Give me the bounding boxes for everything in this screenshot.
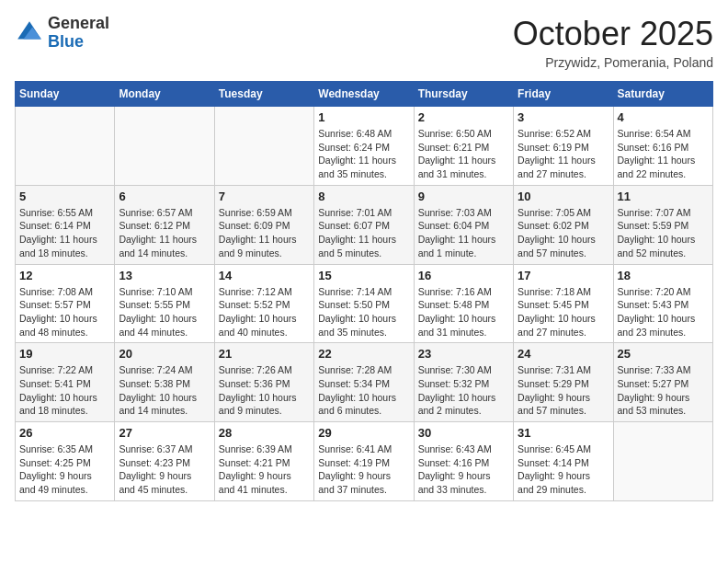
- daylight-label: Daylight: 10 hoursand 18 minutes.: [19, 392, 97, 417]
- day-info: Sunrise: 7:08 AMSunset: 5:57 PMDaylight:…: [19, 285, 110, 339]
- weekday-header-monday: Monday: [115, 82, 214, 107]
- daylight-minutes: and 9 minutes.: [219, 405, 282, 416]
- daylight-minutes: and 49 minutes.: [19, 484, 88, 495]
- day-number: 31: [518, 426, 609, 440]
- daylight-minutes: and 2 minutes.: [418, 405, 482, 416]
- day-info: Sunrise: 7:20 AMSunset: 5:43 PMDaylight:…: [618, 285, 709, 339]
- daylight-minutes: and 14 minutes.: [119, 405, 188, 416]
- daylight-hours: Daylight: 9 hours: [119, 470, 191, 481]
- day-info: Sunrise: 7:01 AMSunset: 6:07 PMDaylight:…: [318, 206, 409, 260]
- daylight-label: Daylight: 9 hoursand 33 minutes.: [418, 470, 491, 495]
- day-info: Sunrise: 6:41 AMSunset: 4:19 PMDaylight:…: [318, 442, 409, 497]
- sunset-label: Sunset: 5:34 PM: [318, 378, 390, 389]
- weekday-header-sunday: Sunday: [16, 82, 115, 107]
- sunrise-label: Sunrise: 7:26 AM: [219, 364, 292, 375]
- day-info: Sunrise: 7:28 AMSunset: 5:34 PMDaylight:…: [318, 363, 409, 418]
- daylight-minutes: and 57 minutes.: [518, 247, 586, 259]
- day-number: 20: [119, 347, 210, 361]
- daylight-label: Daylight: 10 hoursand 9 minutes.: [219, 392, 297, 417]
- sunset-label: Sunset: 6:16 PM: [618, 142, 689, 153]
- day-info: Sunrise: 6:50 AMSunset: 6:21 PMDaylight:…: [418, 127, 509, 181]
- daylight-label: Daylight: 10 hoursand 57 minutes.: [518, 234, 596, 259]
- daylight-label: Daylight: 10 hoursand 35 minutes.: [318, 313, 396, 338]
- sunset-label: Sunset: 6:14 PM: [19, 220, 91, 231]
- daylight-minutes: and 57 minutes.: [518, 405, 586, 416]
- daylight-hours: Daylight: 10 hours: [219, 392, 297, 403]
- sunset-label: Sunset: 4:16 PM: [418, 457, 490, 468]
- daylight-hours: Daylight: 11 hours: [219, 234, 297, 245]
- day-info: Sunrise: 7:18 AMSunset: 5:45 PMDaylight:…: [518, 285, 609, 339]
- daylight-label: Daylight: 10 hoursand 44 minutes.: [119, 313, 197, 338]
- daylight-label: Daylight: 10 hoursand 48 minutes.: [19, 313, 97, 338]
- daylight-hours: Daylight: 11 hours: [518, 155, 596, 166]
- daylight-hours: Daylight: 11 hours: [119, 234, 197, 245]
- day-info: Sunrise: 6:57 AMSunset: 6:12 PMDaylight:…: [119, 206, 210, 260]
- calendar-body: 1Sunrise: 6:48 AMSunset: 6:24 PMDaylight…: [16, 107, 713, 501]
- day-number: 24: [518, 347, 609, 361]
- daylight-label: Daylight: 10 hoursand 23 minutes.: [618, 313, 696, 338]
- day-number: 3: [518, 110, 609, 124]
- sunrise-label: Sunrise: 7:01 AM: [318, 207, 392, 218]
- sunset-label: Sunset: 6:24 PM: [318, 142, 390, 153]
- day-number: 14: [219, 269, 310, 282]
- daylight-label: Daylight: 9 hoursand 45 minutes.: [119, 470, 191, 495]
- sunrise-label: Sunrise: 7:14 AM: [318, 286, 392, 297]
- logo-line2: Blue: [48, 33, 109, 52]
- day-info: Sunrise: 7:26 AMSunset: 5:36 PMDaylight:…: [219, 363, 310, 418]
- calendar-cell: [613, 422, 712, 501]
- daylight-minutes: and 31 minutes.: [418, 168, 487, 179]
- calendar-cell: 3Sunrise: 6:52 AMSunset: 6:19 PMDaylight…: [514, 107, 613, 186]
- calendar-cell: 28Sunrise: 6:39 AMSunset: 4:21 PMDayligh…: [214, 422, 313, 501]
- day-info: Sunrise: 6:52 AMSunset: 6:19 PMDaylight:…: [518, 127, 609, 181]
- day-number: 23: [418, 347, 509, 361]
- day-info: Sunrise: 7:30 AMSunset: 5:32 PMDaylight:…: [418, 363, 509, 418]
- sunrise-label: Sunrise: 7:10 AM: [119, 286, 192, 297]
- daylight-hours: Daylight: 11 hours: [318, 155, 396, 166]
- calendar-header: SundayMondayTuesdayWednesdayThursdayFrid…: [16, 82, 713, 107]
- sunset-label: Sunset: 6:19 PM: [518, 142, 589, 153]
- day-info: Sunrise: 7:31 AMSunset: 5:29 PMDaylight:…: [518, 363, 609, 418]
- day-number: 25: [618, 347, 709, 361]
- calendar-cell: [16, 107, 115, 186]
- day-info: Sunrise: 6:43 AMSunset: 4:16 PMDaylight:…: [418, 442, 509, 497]
- sunset-label: Sunset: 6:09 PM: [219, 220, 290, 231]
- sunset-label: Sunset: 6:21 PM: [418, 142, 490, 153]
- calendar-cell: 27Sunrise: 6:37 AMSunset: 4:23 PMDayligh…: [115, 422, 214, 501]
- daylight-minutes: and 23 minutes.: [618, 327, 687, 338]
- day-number: 16: [418, 269, 509, 282]
- calendar-week-2: 5Sunrise: 6:55 AMSunset: 6:14 PMDaylight…: [16, 185, 713, 264]
- sunset-label: Sunset: 4:19 PM: [318, 457, 390, 468]
- sunset-label: Sunset: 6:07 PM: [318, 220, 390, 231]
- daylight-minutes: and 35 minutes.: [318, 168, 387, 179]
- daylight-hours: Daylight: 9 hours: [19, 470, 92, 481]
- day-number: 1: [318, 110, 409, 124]
- daylight-label: Daylight: 10 hoursand 31 minutes.: [418, 313, 496, 338]
- day-info: Sunrise: 7:03 AMSunset: 6:04 PMDaylight:…: [418, 206, 509, 260]
- daylight-hours: Daylight: 9 hours: [518, 392, 590, 403]
- daylight-minutes: and 6 minutes.: [318, 405, 381, 416]
- sunset-label: Sunset: 5:55 PM: [119, 299, 190, 310]
- calendar-cell: 19Sunrise: 7:22 AMSunset: 5:41 PMDayligh…: [16, 343, 115, 422]
- daylight-hours: Daylight: 10 hours: [418, 392, 496, 403]
- daylight-minutes: and 27 minutes.: [518, 327, 586, 338]
- logo-text: General Blue: [48, 15, 109, 52]
- day-number: 29: [318, 426, 409, 440]
- sunset-label: Sunset: 5:48 PM: [418, 299, 490, 310]
- daylight-label: Daylight: 9 hoursand 37 minutes.: [318, 470, 391, 495]
- daylight-label: Daylight: 10 hoursand 52 minutes.: [618, 234, 696, 259]
- sunset-label: Sunset: 4:25 PM: [19, 457, 91, 468]
- location-title: Przywidz, Pomerania, Poland: [513, 55, 713, 70]
- calendar-cell: 25Sunrise: 7:33 AMSunset: 5:27 PMDayligh…: [613, 343, 712, 422]
- sunrise-label: Sunrise: 7:16 AM: [418, 286, 492, 297]
- daylight-minutes: and 27 minutes.: [518, 168, 586, 179]
- calendar-week-5: 26Sunrise: 6:35 AMSunset: 4:25 PMDayligh…: [16, 422, 713, 501]
- day-info: Sunrise: 7:05 AMSunset: 6:02 PMDaylight:…: [518, 206, 609, 260]
- day-number: 6: [119, 190, 210, 203]
- sunrise-label: Sunrise: 7:08 AM: [19, 286, 93, 297]
- daylight-minutes: and 14 minutes.: [119, 247, 188, 259]
- sunset-label: Sunset: 5:50 PM: [318, 299, 390, 310]
- sunrise-label: Sunrise: 7:28 AM: [318, 364, 392, 375]
- daylight-label: Daylight: 9 hoursand 57 minutes.: [518, 392, 590, 417]
- weekday-header-friday: Friday: [514, 82, 613, 107]
- calendar-cell: 16Sunrise: 7:16 AMSunset: 5:48 PMDayligh…: [414, 264, 513, 343]
